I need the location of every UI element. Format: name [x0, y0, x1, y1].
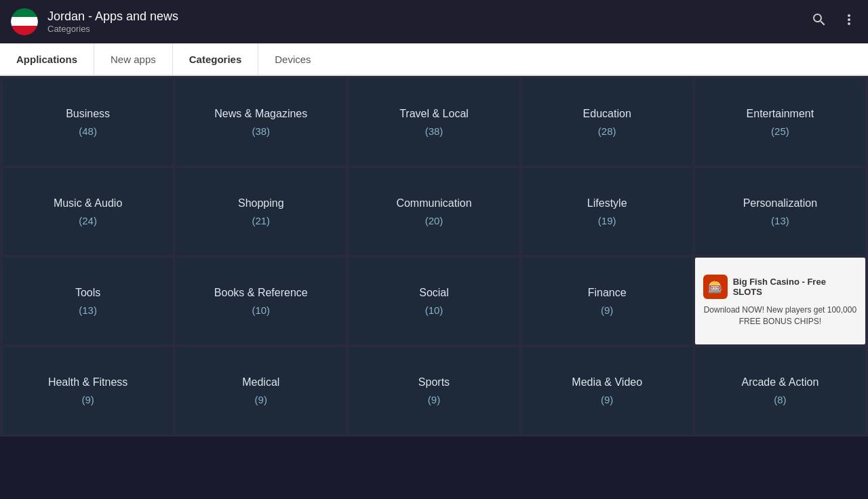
category-social[interactable]: Social (10)	[349, 258, 519, 344]
ad-title: Big Fish Casino - Free SLOTS	[733, 277, 857, 297]
category-entertainment[interactable]: Entertainment (25)	[695, 79, 865, 165]
navigation-tabs: Applications New apps Categories Devices	[0, 43, 868, 76]
category-tools[interactable]: Tools (13)	[3, 258, 173, 344]
category-finance[interactable]: Finance (9)	[522, 258, 692, 344]
app-header: Jordan - Apps and news Categories	[0, 0, 868, 43]
categories-grid: Business (48) News & Magazines (38) Trav…	[0, 76, 868, 437]
ad-icon: 🎰	[703, 275, 728, 299]
category-personalization[interactable]: Personalization (13)	[695, 168, 865, 255]
jordan-flag	[11, 8, 38, 35]
category-travel-local[interactable]: Travel & Local (38)	[349, 79, 519, 165]
category-education[interactable]: Education (28)	[522, 79, 692, 165]
category-medical[interactable]: Medical (9)	[176, 347, 346, 434]
category-books-reference[interactable]: Books & Reference (10)	[176, 258, 346, 344]
tab-applications[interactable]: Applications	[0, 43, 94, 75]
more-options-button[interactable]	[841, 12, 857, 32]
category-health-fitness[interactable]: Health & Fitness (9)	[3, 347, 173, 434]
tab-categories[interactable]: Categories	[173, 43, 259, 75]
category-media-video[interactable]: Media & Video (9)	[522, 347, 692, 434]
ad-text: Download NOW! New players get 100,000 FR…	[703, 304, 857, 327]
tab-new-apps[interactable]: New apps	[94, 43, 173, 75]
tab-devices[interactable]: Devices	[258, 43, 327, 75]
header-actions	[811, 12, 857, 32]
category-lifestyle[interactable]: Lifestyle (19)	[522, 168, 692, 255]
category-news-magazines[interactable]: News & Magazines (38)	[176, 79, 346, 165]
header-title: Jordan - Apps and news	[47, 9, 811, 24]
category-sports[interactable]: Sports (9)	[349, 347, 519, 434]
category-arcade-action[interactable]: Arcade & Action (8)	[695, 347, 865, 434]
header-text: Jordan - Apps and news Categories	[47, 9, 811, 34]
header-subtitle: Categories	[47, 24, 811, 34]
advertisement-tile[interactable]: 🎰 Big Fish Casino - Free SLOTS Download …	[695, 258, 865, 344]
category-communication[interactable]: Communication (20)	[349, 168, 519, 255]
ad-header: 🎰 Big Fish Casino - Free SLOTS	[703, 275, 857, 299]
app-logo	[11, 8, 38, 35]
category-business[interactable]: Business (48)	[3, 79, 173, 165]
search-button[interactable]	[811, 12, 827, 32]
category-shopping[interactable]: Shopping (21)	[176, 168, 346, 255]
category-music-audio[interactable]: Music & Audio (24)	[3, 168, 173, 255]
